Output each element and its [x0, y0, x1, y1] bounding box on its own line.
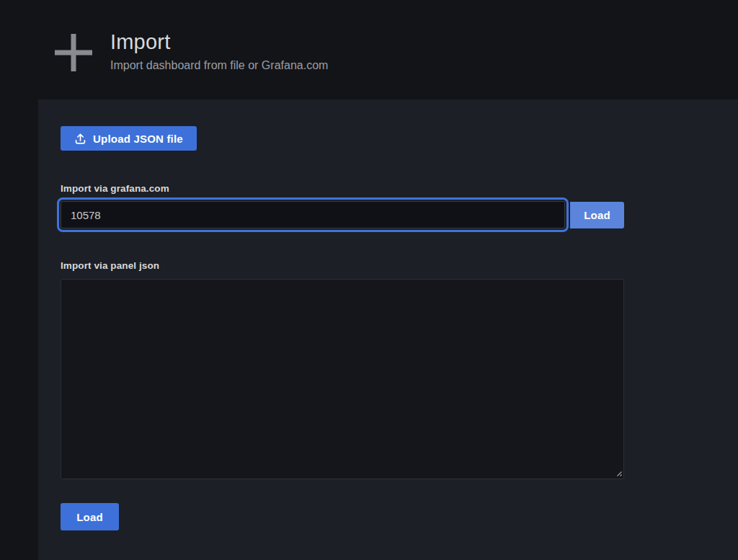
- panel-json-label: Import via panel json: [61, 260, 159, 271]
- load-button[interactable]: Load: [61, 503, 119, 530]
- upload-json-button[interactable]: Upload JSON file: [61, 126, 197, 151]
- upload-icon: [74, 133, 86, 145]
- gcom-label: Import via grafana.com: [61, 183, 169, 194]
- page-header: Import Import dashboard from file or Gra…: [0, 0, 738, 99]
- gcom-input[interactable]: [61, 201, 565, 228]
- panel-json-textarea-wrap: [61, 279, 624, 479]
- page-title: Import: [110, 30, 328, 54]
- page-subtitle: Import dashboard from file or Grafana.co…: [110, 59, 328, 72]
- header-text: Import Import dashboard from file or Gra…: [110, 30, 328, 72]
- panel-json-textarea[interactable]: [61, 279, 624, 479]
- import-page: Import Import dashboard from file or Gra…: [0, 0, 738, 560]
- plus-icon: [53, 32, 94, 74]
- import-panel: Upload JSON file Import via grafana.com …: [38, 99, 738, 560]
- gcom-load-button[interactable]: Load: [570, 202, 624, 228]
- upload-json-button-label: Upload JSON file: [93, 133, 183, 145]
